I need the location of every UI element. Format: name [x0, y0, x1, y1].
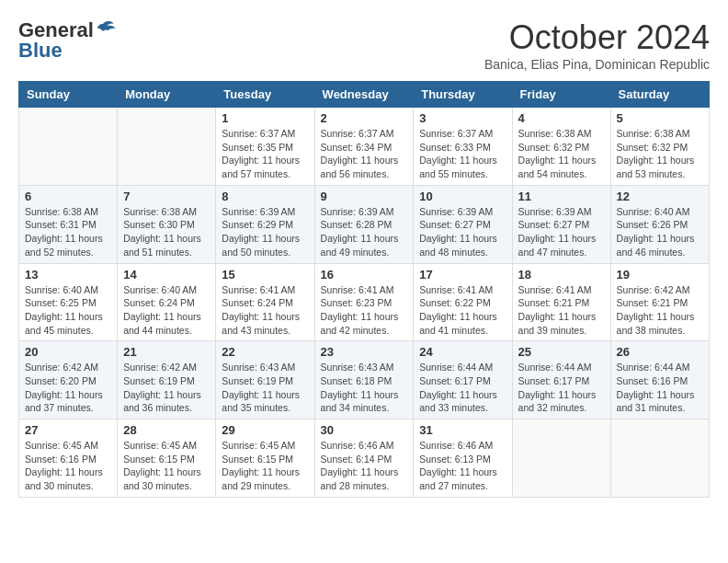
table-row — [512, 419, 610, 498]
table-row: 2Sunrise: 6:37 AM Sunset: 6:34 PM Daylig… — [314, 108, 414, 186]
header-monday: Monday — [118, 82, 216, 108]
calendar-header-row: Sunday Monday Tuesday Wednesday Thursday… — [19, 82, 710, 108]
table-row: 19Sunrise: 6:42 AM Sunset: 6:21 PM Dayli… — [610, 263, 709, 341]
day-number: 11 — [518, 190, 605, 203]
table-row: 16Sunrise: 6:41 AM Sunset: 6:23 PM Dayli… — [314, 263, 414, 341]
day-number: 29 — [222, 423, 308, 437]
table-row: 17Sunrise: 6:41 AM Sunset: 6:22 PM Dayli… — [414, 263, 512, 341]
day-info: Sunrise: 6:40 AM Sunset: 6:24 PM Dayligh… — [123, 283, 210, 338]
calendar-week-row: 6Sunrise: 6:38 AM Sunset: 6:31 PM Daylig… — [19, 185, 710, 263]
day-number: 3 — [419, 111, 506, 125]
table-row — [118, 108, 216, 186]
day-number: 31 — [419, 423, 506, 437]
header-saturday: Saturday — [610, 82, 709, 108]
table-row: 5Sunrise: 6:38 AM Sunset: 6:32 PM Daylig… — [610, 108, 709, 186]
table-row: 24Sunrise: 6:44 AM Sunset: 6:17 PM Dayli… — [414, 341, 512, 419]
day-info: Sunrise: 6:40 AM Sunset: 6:25 PM Dayligh… — [25, 283, 111, 338]
day-number: 6 — [25, 190, 111, 203]
day-number: 25 — [518, 345, 605, 359]
table-row: 23Sunrise: 6:43 AM Sunset: 6:18 PM Dayli… — [314, 341, 414, 419]
day-number: 28 — [123, 423, 210, 437]
table-row: 3Sunrise: 6:37 AM Sunset: 6:33 PM Daylig… — [414, 108, 512, 186]
day-info: Sunrise: 6:45 AM Sunset: 6:15 PM Dayligh… — [123, 439, 210, 493]
day-info: Sunrise: 6:44 AM Sunset: 6:16 PM Dayligh… — [617, 361, 703, 415]
day-info: Sunrise: 6:46 AM Sunset: 6:13 PM Dayligh… — [419, 439, 506, 493]
day-number: 26 — [617, 345, 703, 359]
day-info: Sunrise: 6:39 AM Sunset: 6:28 PM Dayligh… — [321, 205, 408, 259]
day-info: Sunrise: 6:37 AM Sunset: 6:35 PM Dayligh… — [222, 127, 308, 181]
table-row: 29Sunrise: 6:45 AM Sunset: 6:15 PM Dayli… — [216, 419, 314, 498]
table-row: 30Sunrise: 6:46 AM Sunset: 6:14 PM Dayli… — [314, 419, 414, 498]
table-row: 13Sunrise: 6:40 AM Sunset: 6:25 PM Dayli… — [19, 263, 118, 341]
day-info: Sunrise: 6:39 AM Sunset: 6:27 PM Dayligh… — [518, 205, 605, 259]
day-number: 27 — [25, 423, 111, 437]
header-thursday: Thursday — [414, 82, 512, 108]
table-row: 9Sunrise: 6:39 AM Sunset: 6:28 PM Daylig… — [314, 185, 414, 263]
day-info: Sunrise: 6:38 AM Sunset: 6:30 PM Dayligh… — [123, 205, 210, 259]
page-header: General Blue October 2024 Banica, Elias … — [18, 18, 710, 72]
day-number: 4 — [518, 111, 605, 125]
header-wednesday: Wednesday — [314, 82, 414, 108]
calendar-week-row: 20Sunrise: 6:42 AM Sunset: 6:20 PM Dayli… — [19, 341, 710, 419]
table-row: 12Sunrise: 6:40 AM Sunset: 6:26 PM Dayli… — [610, 185, 709, 263]
calendar-table: Sunday Monday Tuesday Wednesday Thursday… — [18, 81, 710, 498]
day-number: 22 — [222, 345, 308, 359]
day-info: Sunrise: 6:37 AM Sunset: 6:34 PM Dayligh… — [321, 127, 408, 181]
day-number: 14 — [123, 268, 210, 282]
day-info: Sunrise: 6:39 AM Sunset: 6:27 PM Dayligh… — [419, 205, 506, 259]
logo-bird-icon — [96, 20, 116, 39]
day-number: 2 — [321, 111, 408, 125]
table-row: 11Sunrise: 6:39 AM Sunset: 6:27 PM Dayli… — [512, 185, 610, 263]
table-row: 7Sunrise: 6:38 AM Sunset: 6:30 PM Daylig… — [118, 185, 216, 263]
day-number: 7 — [123, 190, 210, 203]
day-info: Sunrise: 6:42 AM Sunset: 6:21 PM Dayligh… — [617, 283, 703, 338]
logo-blue-text: Blue — [18, 39, 63, 63]
day-info: Sunrise: 6:41 AM Sunset: 6:23 PM Dayligh… — [321, 283, 408, 338]
calendar-week-row: 1Sunrise: 6:37 AM Sunset: 6:35 PM Daylig… — [19, 108, 710, 186]
day-info: Sunrise: 6:39 AM Sunset: 6:29 PM Dayligh… — [222, 205, 308, 259]
table-row: 25Sunrise: 6:44 AM Sunset: 6:17 PM Dayli… — [512, 341, 610, 419]
table-row — [19, 108, 118, 186]
day-number: 18 — [518, 268, 605, 282]
day-number: 13 — [25, 268, 111, 282]
table-row: 14Sunrise: 6:40 AM Sunset: 6:24 PM Dayli… — [118, 263, 216, 341]
day-number: 15 — [222, 268, 308, 282]
day-info: Sunrise: 6:44 AM Sunset: 6:17 PM Dayligh… — [419, 361, 506, 415]
table-row: 22Sunrise: 6:43 AM Sunset: 6:19 PM Dayli… — [216, 341, 314, 419]
day-number: 17 — [419, 268, 506, 282]
table-row: 1Sunrise: 6:37 AM Sunset: 6:35 PM Daylig… — [216, 108, 314, 186]
logo: General Blue — [18, 18, 116, 63]
day-info: Sunrise: 6:41 AM Sunset: 6:24 PM Dayligh… — [222, 283, 308, 338]
table-row: 21Sunrise: 6:42 AM Sunset: 6:19 PM Dayli… — [118, 341, 216, 419]
location-subtitle: Banica, Elias Pina, Dominican Republic — [484, 57, 710, 72]
day-info: Sunrise: 6:45 AM Sunset: 6:15 PM Dayligh… — [222, 439, 308, 493]
table-row: 26Sunrise: 6:44 AM Sunset: 6:16 PM Dayli… — [610, 341, 709, 419]
day-info: Sunrise: 6:38 AM Sunset: 6:32 PM Dayligh… — [617, 127, 703, 181]
day-number: 10 — [419, 190, 506, 203]
day-number: 16 — [321, 268, 408, 282]
table-row — [610, 419, 709, 498]
day-number: 5 — [617, 111, 703, 125]
day-info: Sunrise: 6:41 AM Sunset: 6:22 PM Dayligh… — [419, 283, 506, 338]
table-row: 27Sunrise: 6:45 AM Sunset: 6:16 PM Dayli… — [19, 419, 118, 498]
day-number: 8 — [222, 190, 308, 203]
day-number: 21 — [123, 345, 210, 359]
table-row: 6Sunrise: 6:38 AM Sunset: 6:31 PM Daylig… — [19, 185, 118, 263]
day-info: Sunrise: 6:44 AM Sunset: 6:17 PM Dayligh… — [518, 361, 605, 415]
day-number: 30 — [321, 423, 408, 437]
table-row: 4Sunrise: 6:38 AM Sunset: 6:32 PM Daylig… — [512, 108, 610, 186]
day-number: 19 — [617, 268, 703, 282]
day-info: Sunrise: 6:42 AM Sunset: 6:20 PM Dayligh… — [25, 361, 111, 415]
day-number: 9 — [321, 190, 408, 203]
header-friday: Friday — [512, 82, 610, 108]
header-tuesday: Tuesday — [216, 82, 314, 108]
table-row: 8Sunrise: 6:39 AM Sunset: 6:29 PM Daylig… — [216, 185, 314, 263]
day-info: Sunrise: 6:42 AM Sunset: 6:19 PM Dayligh… — [123, 361, 210, 415]
day-info: Sunrise: 6:43 AM Sunset: 6:18 PM Dayligh… — [321, 361, 408, 415]
table-row: 20Sunrise: 6:42 AM Sunset: 6:20 PM Dayli… — [19, 341, 118, 419]
day-info: Sunrise: 6:40 AM Sunset: 6:26 PM Dayligh… — [617, 205, 703, 259]
day-info: Sunrise: 6:46 AM Sunset: 6:14 PM Dayligh… — [321, 439, 408, 493]
calendar-week-row: 13Sunrise: 6:40 AM Sunset: 6:25 PM Dayli… — [19, 263, 710, 341]
title-block: October 2024 Banica, Elias Pina, Dominic… — [484, 18, 710, 72]
day-number: 1 — [222, 111, 308, 125]
